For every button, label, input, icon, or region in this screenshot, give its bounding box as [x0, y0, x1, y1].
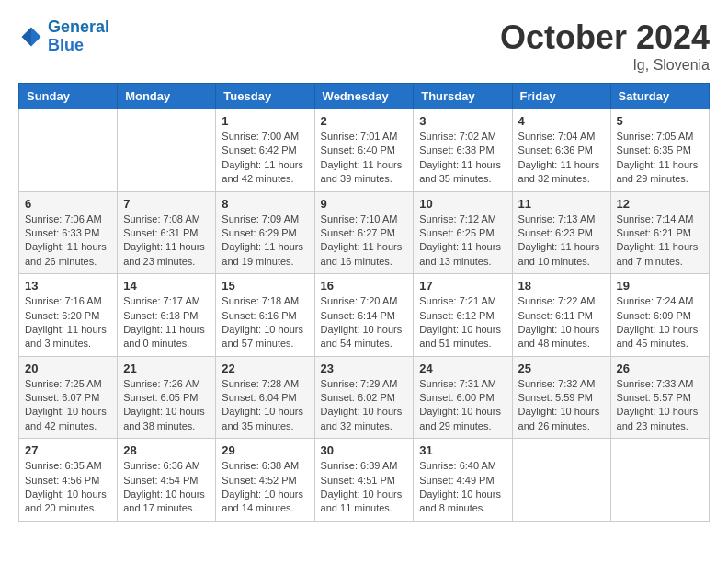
day-number: 11: [518, 197, 605, 211]
calendar-cell: 6Sunrise: 7:06 AM Sunset: 6:33 PM Daylig…: [19, 191, 118, 274]
day-info: Sunrise: 7:00 AM Sunset: 6:42 PM Dayligh…: [222, 130, 308, 187]
calendar-cell: 22Sunrise: 7:28 AM Sunset: 6:04 PM Dayli…: [216, 356, 314, 439]
calendar-cell: 16Sunrise: 7:20 AM Sunset: 6:14 PM Dayli…: [314, 274, 414, 357]
calendar-cell: 13Sunrise: 7:16 AM Sunset: 6:20 PM Dayli…: [19, 274, 118, 357]
calendar-cell: 15Sunrise: 7:18 AM Sunset: 6:16 PM Dayli…: [216, 274, 314, 357]
calendar-cell: 29Sunrise: 6:38 AM Sunset: 4:52 PM Dayli…: [216, 439, 314, 522]
calendar-cell: 1Sunrise: 7:00 AM Sunset: 6:42 PM Daylig…: [216, 109, 314, 192]
day-info: Sunrise: 7:29 AM Sunset: 6:02 PM Dayligh…: [321, 377, 408, 434]
calendar-cell: 8Sunrise: 7:09 AM Sunset: 6:29 PM Daylig…: [216, 191, 314, 274]
day-info: Sunrise: 7:24 AM Sunset: 6:09 PM Dayligh…: [617, 294, 703, 351]
day-number: 3: [419, 114, 506, 128]
day-number: 13: [25, 279, 111, 293]
day-info: Sunrise: 6:39 AM Sunset: 4:51 PM Dayligh…: [321, 459, 408, 516]
calendar-cell: 23Sunrise: 7:29 AM Sunset: 6:02 PM Dayli…: [314, 356, 414, 439]
calendar-cell: 3Sunrise: 7:02 AM Sunset: 6:38 PM Daylig…: [414, 109, 512, 192]
calendar-cell: [19, 109, 118, 192]
calendar-cell: 30Sunrise: 6:39 AM Sunset: 4:51 PM Dayli…: [314, 439, 414, 522]
day-info: Sunrise: 6:38 AM Sunset: 4:52 PM Dayligh…: [222, 459, 308, 516]
location: Ig, Slovenia: [500, 57, 710, 74]
day-info: Sunrise: 7:17 AM Sunset: 6:18 PM Dayligh…: [123, 294, 210, 351]
day-number: 19: [617, 279, 703, 293]
day-number: 5: [617, 114, 703, 128]
day-info: Sunrise: 7:16 AM Sunset: 6:20 PM Dayligh…: [25, 294, 111, 351]
day-number: 26: [617, 362, 703, 375]
day-info: Sunrise: 7:10 AM Sunset: 6:27 PM Dayligh…: [321, 213, 408, 270]
day-number: 21: [123, 362, 210, 375]
calendar-cell: 31Sunrise: 6:40 AM Sunset: 4:49 PM Dayli…: [414, 439, 512, 522]
day-info: Sunrise: 7:14 AM Sunset: 6:21 PM Dayligh…: [617, 213, 703, 270]
day-number: 10: [419, 197, 506, 211]
day-number: 7: [123, 197, 210, 211]
calendar-cell: 14Sunrise: 7:17 AM Sunset: 6:18 PM Dayli…: [118, 274, 216, 357]
calendar-cell: 12Sunrise: 7:14 AM Sunset: 6:21 PM Dayli…: [610, 191, 709, 274]
day-number: 29: [222, 443, 308, 457]
day-number: 14: [123, 279, 210, 293]
day-info: Sunrise: 7:08 AM Sunset: 6:31 PM Dayligh…: [123, 213, 210, 270]
logo: General Blue: [18, 18, 109, 55]
day-info: Sunrise: 6:36 AM Sunset: 4:54 PM Dayligh…: [123, 459, 210, 516]
day-info: Sunrise: 7:02 AM Sunset: 6:38 PM Dayligh…: [419, 130, 506, 187]
calendar-cell: 25Sunrise: 7:32 AM Sunset: 5:59 PM Dayli…: [512, 356, 610, 439]
logo-text: General Blue: [48, 18, 109, 55]
day-info: Sunrise: 7:12 AM Sunset: 6:25 PM Dayligh…: [419, 213, 506, 270]
day-info: Sunrise: 7:09 AM Sunset: 6:29 PM Dayligh…: [222, 213, 308, 270]
calendar-cell: 5Sunrise: 7:05 AM Sunset: 6:35 PM Daylig…: [610, 109, 709, 192]
calendar-cell: 11Sunrise: 7:13 AM Sunset: 6:23 PM Dayli…: [512, 191, 610, 274]
weekday-header: Friday: [512, 84, 610, 109]
svg-marker-0: [31, 27, 41, 46]
day-number: 22: [222, 362, 308, 375]
day-info: Sunrise: 6:40 AM Sunset: 4:49 PM Dayligh…: [419, 459, 506, 516]
weekday-header: Tuesday: [216, 84, 314, 109]
weekday-header-row: SundayMondayTuesdayWednesdayThursdayFrid…: [19, 84, 710, 109]
weekday-header: Saturday: [610, 84, 709, 109]
day-info: Sunrise: 7:28 AM Sunset: 6:04 PM Dayligh…: [222, 377, 308, 434]
weekday-header: Thursday: [414, 84, 512, 109]
calendar-table: SundayMondayTuesdayWednesdayThursdayFrid…: [18, 83, 710, 522]
calendar-cell: 9Sunrise: 7:10 AM Sunset: 6:27 PM Daylig…: [314, 191, 414, 274]
month-title: October 2024: [500, 18, 710, 57]
day-number: 9: [321, 197, 408, 211]
day-number: 30: [321, 443, 408, 457]
calendar-cell: 20Sunrise: 7:25 AM Sunset: 6:07 PM Dayli…: [19, 356, 118, 439]
calendar-cell: 21Sunrise: 7:26 AM Sunset: 6:05 PM Dayli…: [118, 356, 216, 439]
calendar-cell: 10Sunrise: 7:12 AM Sunset: 6:25 PM Dayli…: [414, 191, 512, 274]
weekday-header: Sunday: [19, 84, 118, 109]
day-number: 28: [123, 443, 210, 457]
calendar-week-row: 20Sunrise: 7:25 AM Sunset: 6:07 PM Dayli…: [19, 356, 710, 439]
day-number: 17: [419, 279, 506, 293]
title-block: October 2024 Ig, Slovenia: [500, 18, 710, 74]
calendar-cell: [512, 439, 610, 522]
calendar-cell: 26Sunrise: 7:33 AM Sunset: 5:57 PM Dayli…: [610, 356, 709, 439]
weekday-header: Wednesday: [314, 84, 414, 109]
calendar-cell: 4Sunrise: 7:04 AM Sunset: 6:36 PM Daylig…: [512, 109, 610, 192]
page-header: General Blue October 2024 Ig, Slovenia: [18, 18, 710, 74]
day-number: 1: [222, 114, 308, 128]
day-number: 8: [222, 197, 308, 211]
day-number: 4: [518, 114, 605, 128]
day-info: Sunrise: 7:26 AM Sunset: 6:05 PM Dayligh…: [123, 377, 210, 434]
logo-icon: [18, 24, 44, 50]
day-number: 23: [321, 362, 408, 375]
day-number: 16: [321, 279, 408, 293]
day-info: Sunrise: 7:20 AM Sunset: 6:14 PM Dayligh…: [321, 294, 408, 351]
day-info: Sunrise: 7:22 AM Sunset: 6:11 PM Dayligh…: [518, 294, 605, 351]
day-info: Sunrise: 7:18 AM Sunset: 6:16 PM Dayligh…: [222, 294, 308, 351]
day-number: 6: [25, 197, 111, 211]
day-info: Sunrise: 7:05 AM Sunset: 6:35 PM Dayligh…: [617, 130, 703, 187]
calendar-week-row: 13Sunrise: 7:16 AM Sunset: 6:20 PM Dayli…: [19, 274, 710, 357]
day-number: 15: [222, 279, 308, 293]
day-info: Sunrise: 7:04 AM Sunset: 6:36 PM Dayligh…: [518, 130, 605, 187]
calendar-week-row: 27Sunrise: 6:35 AM Sunset: 4:56 PM Dayli…: [19, 439, 710, 522]
day-info: Sunrise: 7:01 AM Sunset: 6:40 PM Dayligh…: [321, 130, 408, 187]
svg-marker-1: [22, 27, 32, 46]
calendar-cell: 7Sunrise: 7:08 AM Sunset: 6:31 PM Daylig…: [118, 191, 216, 274]
calendar-cell: 18Sunrise: 7:22 AM Sunset: 6:11 PM Dayli…: [512, 274, 610, 357]
day-info: Sunrise: 7:13 AM Sunset: 6:23 PM Dayligh…: [518, 213, 605, 270]
day-number: 24: [419, 362, 506, 375]
calendar-week-row: 6Sunrise: 7:06 AM Sunset: 6:33 PM Daylig…: [19, 191, 710, 274]
day-info: Sunrise: 7:06 AM Sunset: 6:33 PM Dayligh…: [25, 213, 111, 270]
calendar-week-row: 1Sunrise: 7:00 AM Sunset: 6:42 PM Daylig…: [19, 109, 710, 192]
day-info: Sunrise: 7:21 AM Sunset: 6:12 PM Dayligh…: [419, 294, 506, 351]
calendar-cell: 24Sunrise: 7:31 AM Sunset: 6:00 PM Dayli…: [414, 356, 512, 439]
